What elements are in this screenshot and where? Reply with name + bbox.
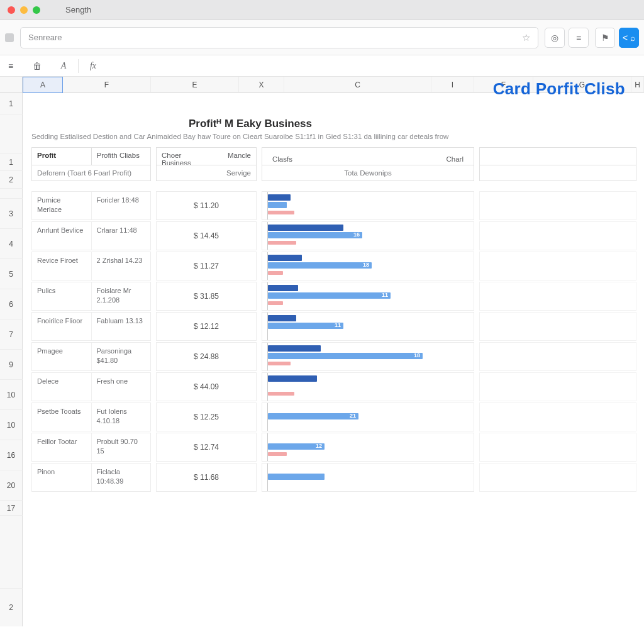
column-header[interactable]: F bbox=[63, 77, 151, 93]
row-amount: $ 11.20 bbox=[156, 191, 257, 220]
ext-globe-icon[interactable]: ◎ bbox=[545, 28, 565, 48]
row-header[interactable]: 7 bbox=[0, 319, 23, 350]
bar-dark bbox=[268, 345, 321, 352]
row-amount: $ 11.68 bbox=[156, 463, 257, 492]
row-detail: 2 Zrishal 14.23 bbox=[91, 252, 151, 280]
column-header[interactable]: E bbox=[151, 77, 239, 93]
row-spare bbox=[479, 191, 636, 220]
titlebar: Sength bbox=[0, 0, 644, 20]
row-name: Purnice Merlace bbox=[32, 192, 91, 219]
row-name-cell: DeleceFresh one bbox=[31, 372, 151, 401]
window-title: Sength bbox=[65, 5, 91, 14]
column-header[interactable]: X bbox=[239, 77, 284, 93]
row-header[interactable]: 6 bbox=[0, 289, 23, 319]
bar-pink bbox=[268, 301, 283, 305]
row-header[interactable]: 16 bbox=[0, 440, 23, 470]
row-header[interactable] bbox=[0, 189, 23, 199]
column-header[interactable]: C bbox=[284, 77, 431, 93]
row-name-cell: Revice Firoet2 Zrishal 14.23 bbox=[31, 252, 151, 280]
table-row: PinonFiclacla 10:48.39$ 11.68 bbox=[31, 463, 639, 492]
row-spare bbox=[479, 402, 636, 431]
row-spare bbox=[479, 252, 636, 280]
table-row: DeleceFresh one$ 44.09 bbox=[31, 372, 639, 401]
bar-dark bbox=[268, 255, 302, 261]
trash-icon[interactable]: 🗑 bbox=[30, 61, 44, 71]
bar-light: 16 bbox=[268, 232, 362, 238]
bar-label: 16 bbox=[353, 231, 360, 238]
row-name-cell: PmageeParsoninga $41.80 bbox=[31, 342, 151, 371]
row-name: Pulics bbox=[32, 282, 91, 310]
row-header[interactable]: 9 bbox=[0, 350, 23, 380]
row-amount: $ 12.12 bbox=[156, 312, 257, 341]
fx-icon-2[interactable]: fx bbox=[86, 61, 100, 71]
row-header[interactable]: 10 bbox=[0, 410, 23, 440]
row-name-cell: Anrlunt BevliceCrlarar 11:48 bbox=[31, 221, 151, 250]
close-icon[interactable] bbox=[8, 6, 15, 14]
row-headers: 1 1 2 3 4 5 6 7 9 10 10 16 20 17 2 bbox=[0, 77, 23, 644]
row-header[interactable]: 20 bbox=[0, 470, 23, 501]
row-amount: $ 11.27 bbox=[156, 252, 257, 280]
bookmark-star-icon[interactable]: ☆ bbox=[522, 32, 530, 43]
row-name: Psetbe Tooats bbox=[32, 403, 91, 431]
bar-dark bbox=[268, 315, 296, 321]
row-spare bbox=[479, 372, 636, 401]
row-detail: Foislare Mr 2.1.208 bbox=[91, 282, 151, 310]
row-name: Anrlunt Bevlice bbox=[32, 222, 91, 250]
fx-icon-1[interactable]: A bbox=[57, 61, 70, 71]
window-controls bbox=[8, 6, 40, 14]
row-header[interactable] bbox=[0, 516, 23, 589]
bar-pink bbox=[268, 211, 294, 214]
bar-light: 11 bbox=[268, 292, 391, 299]
bar-light: 11 bbox=[268, 323, 343, 329]
row-header[interactable]: 3 bbox=[0, 199, 23, 229]
row-header[interactable]: 4 bbox=[0, 229, 23, 259]
bar-pink bbox=[268, 271, 283, 275]
bar-label: 11 bbox=[335, 322, 341, 328]
subheader-3: Tota Dewonips bbox=[262, 165, 474, 181]
row-header[interactable]: 1 bbox=[0, 153, 23, 171]
row-header[interactable]: 2 bbox=[0, 589, 23, 626]
row-header[interactable]: 17 bbox=[0, 501, 23, 516]
subheader-1: Deforern (Toart 6 Foarl Profit) bbox=[31, 165, 151, 181]
bar-label: 21 bbox=[350, 413, 356, 419]
row-name-cell: Feillor TootarProbult 90.70 15 bbox=[31, 433, 151, 462]
row-detail: Ficlacla 10:48.39 bbox=[91, 464, 151, 491]
table-row: PulicsFoislare Mr 2.1.208$ 31.8511 bbox=[31, 282, 639, 311]
ext-list-icon[interactable]: ≡ bbox=[569, 28, 589, 48]
page-title: Card Porfit Clisb bbox=[493, 79, 625, 99]
minimize-icon[interactable] bbox=[20, 6, 28, 14]
table-row: Revice Firoet2 Zrishal 14.23$ 11.2718 bbox=[31, 252, 639, 280]
ext-search-button[interactable]: < ⌕ bbox=[619, 28, 639, 48]
maximize-icon[interactable] bbox=[33, 6, 40, 14]
omnibox[interactable]: Senreare ☆ bbox=[20, 27, 538, 48]
bar-light: 18 bbox=[268, 353, 423, 359]
table-row: Feillor TootarProbult 90.70 15$ 12.7412 bbox=[31, 433, 639, 462]
bar-label: 12 bbox=[316, 443, 322, 449]
row-spare bbox=[479, 342, 636, 371]
subheader-2: Servige bbox=[156, 165, 257, 181]
bar-label: 11 bbox=[382, 292, 388, 298]
row-header[interactable]: 2 bbox=[0, 171, 23, 189]
bar-pink bbox=[268, 392, 294, 396]
row-name: Revice Firoet bbox=[32, 252, 91, 280]
column-header[interactable]: H bbox=[631, 77, 644, 93]
row-detail: Fut Iolens 4.10.18 bbox=[91, 403, 151, 431]
extension-group-2: ⚑ < ⌕ bbox=[595, 28, 639, 48]
row-detail: Probult 90.70 15 bbox=[91, 433, 151, 461]
menu-icon[interactable]: ≡ bbox=[4, 61, 18, 71]
row-header[interactable]: 10 bbox=[0, 380, 23, 410]
row-header[interactable] bbox=[0, 114, 23, 153]
select-all-corner[interactable] bbox=[0, 77, 23, 93]
sheet: 1 1 2 3 4 5 6 7 9 10 10 16 20 17 2 A F E… bbox=[0, 77, 644, 644]
sheet-canvas[interactable]: A F E X C I F G H Card Porfit Clisb Prof… bbox=[23, 77, 644, 644]
nav-back-icon[interactable] bbox=[5, 33, 14, 42]
row-header[interactable]: 5 bbox=[0, 259, 23, 289]
row-header[interactable]: 1 bbox=[0, 93, 23, 114]
column-header[interactable]: I bbox=[431, 77, 474, 93]
ext-flag-icon[interactable]: ⚑ bbox=[595, 28, 615, 48]
bar-label: 18 bbox=[414, 352, 420, 358]
row-bar-chart bbox=[262, 372, 474, 401]
column-header[interactable]: A bbox=[23, 77, 63, 93]
row-spare bbox=[479, 312, 636, 341]
bar-light bbox=[268, 202, 287, 208]
